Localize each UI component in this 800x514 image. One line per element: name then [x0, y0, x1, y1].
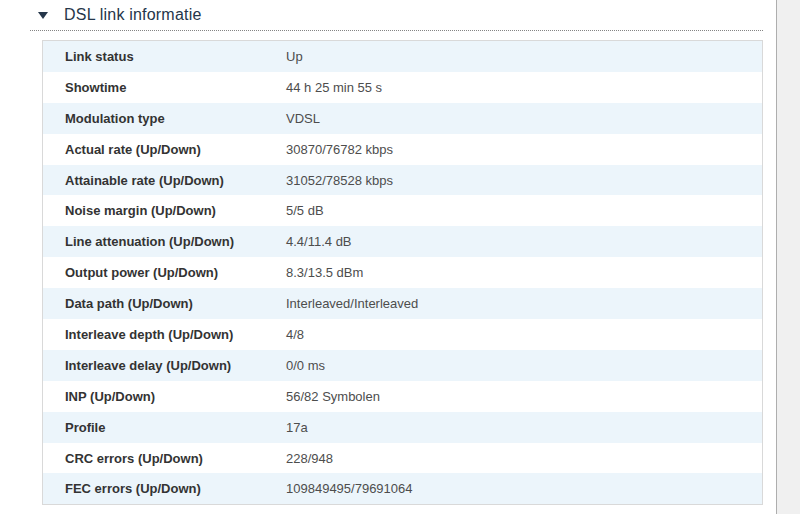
row-value: Interleaved/Interleaved: [286, 296, 762, 311]
row-value: 4/8: [286, 327, 762, 342]
row-label: Link status: [65, 49, 286, 64]
dsl-info-table: Link statusUpShowtime44 h 25 min 55 sMod…: [42, 40, 763, 505]
table-row: Data path (Up/Down)Interleaved/Interleav…: [43, 288, 762, 319]
table-row: Line attenuation (Up/Down)4.4/11.4 dB: [43, 226, 762, 257]
collapse-triangle-icon[interactable]: [38, 12, 48, 19]
row-label: Modulation type: [65, 111, 286, 126]
section-header-dsl-link-info[interactable]: DSL link informatie: [38, 3, 201, 27]
row-value: 4.4/11.4 dB: [286, 234, 762, 249]
row-label: Data path (Up/Down): [65, 296, 286, 311]
row-label: Profile: [65, 420, 286, 435]
table-row: Profile17a: [43, 412, 762, 443]
row-value: 30870/76782 kbps: [286, 142, 762, 157]
row-value: 31052/78528 kbps: [286, 173, 762, 188]
row-label: Output power (Up/Down): [65, 265, 286, 280]
row-value: 8.3/13.5 dBm: [286, 265, 762, 280]
row-label: CRC errors (Up/Down): [65, 451, 286, 466]
row-label: Actual rate (Up/Down): [65, 142, 286, 157]
row-label: Noise margin (Up/Down): [65, 203, 286, 218]
row-value: VDSL: [286, 111, 762, 126]
row-label: Interleave depth (Up/Down): [65, 327, 286, 342]
row-label: Interleave delay (Up/Down): [65, 358, 286, 373]
table-row: FEC errors (Up/Down)109849495/79691064: [43, 473, 762, 504]
row-label: Attainable rate (Up/Down): [65, 173, 286, 188]
row-value: 228/948: [286, 451, 762, 466]
row-label: Line attenuation (Up/Down): [65, 234, 286, 249]
table-row: Noise margin (Up/Down)5/5 dB: [43, 195, 762, 226]
row-value: 56/82 Symbolen: [286, 389, 762, 404]
table-row: INP (Up/Down)56/82 Symbolen: [43, 381, 762, 412]
row-value: 17a: [286, 420, 762, 435]
row-label: Showtime: [65, 80, 286, 95]
row-label: FEC errors (Up/Down): [65, 481, 286, 496]
row-value: 5/5 dB: [286, 203, 762, 218]
table-row: Modulation typeVDSL: [43, 103, 762, 134]
table-row: Interleave delay (Up/Down)0/0 ms: [43, 350, 762, 381]
row-value: 0/0 ms: [286, 358, 762, 373]
page: DSL link informatie Link statusUpShowtim…: [0, 0, 800, 514]
row-label: INP (Up/Down): [65, 389, 286, 404]
table-row: Link statusUp: [43, 41, 762, 72]
table-row: Attainable rate (Up/Down)31052/78528 kbp…: [43, 165, 762, 196]
table-row: Showtime44 h 25 min 55 s: [43, 72, 762, 103]
dotted-divider: [30, 30, 763, 31]
table-row: Actual rate (Up/Down)30870/76782 kbps: [43, 134, 762, 165]
table-row: Output power (Up/Down)8.3/13.5 dBm: [43, 257, 762, 288]
row-value: 109849495/79691064: [286, 481, 762, 496]
row-value: Up: [286, 49, 762, 64]
table-row: CRC errors (Up/Down)228/948: [43, 443, 762, 474]
right-gutter: [776, 0, 800, 514]
section-title: DSL link informatie: [64, 6, 201, 24]
row-value: 44 h 25 min 55 s: [286, 80, 762, 95]
table-row: Interleave depth (Up/Down)4/8: [43, 319, 762, 350]
